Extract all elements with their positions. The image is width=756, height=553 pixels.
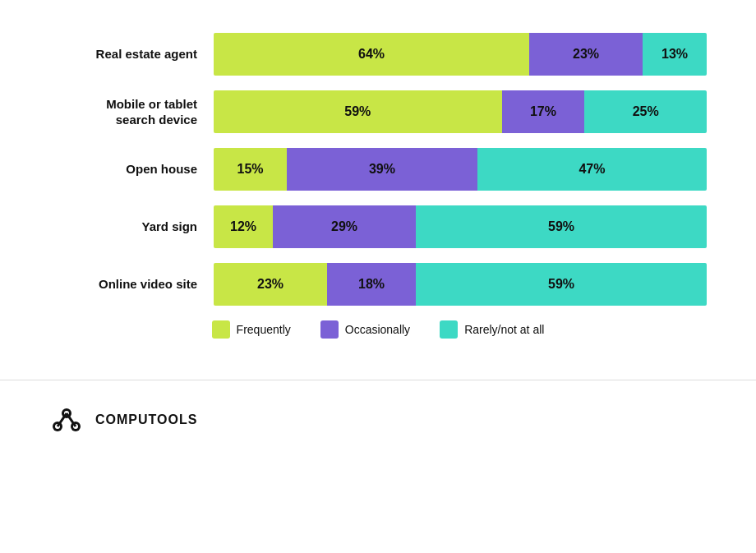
chart-row: Real estate agent64%23%13% (49, 33, 707, 76)
legend-rarely: Rarely/not at all (440, 320, 544, 339)
bar-chart: Real estate agent64%23%13%Mobile or tabl… (49, 33, 707, 306)
chart-row: Yard sign12%29%59% (49, 205, 707, 248)
bar-rarely-segment: 25% (584, 90, 707, 133)
legend: Frequently Occasionally Rarely/not at al… (49, 320, 707, 339)
bar-group: 59%17%25% (214, 90, 707, 133)
rarely-swatch (440, 320, 458, 339)
bar-occasional-segment: 18% (327, 263, 416, 306)
footer: COMPUTOOLS (0, 389, 756, 451)
frequent-swatch (212, 320, 230, 339)
row-label: Mobile or tabletsearch device (49, 96, 214, 128)
chart-row: Online video site23%18%59% (49, 263, 707, 306)
bar-rarely-segment: 59% (416, 205, 707, 248)
legend-occasional: Occasionally (320, 320, 410, 339)
bar-rarely-segment: 13% (643, 33, 707, 76)
rarely-label: Rarely/not at all (464, 323, 544, 336)
row-label: Yard sign (49, 219, 214, 235)
frequent-label: Frequently (237, 323, 291, 336)
svg-line-6 (58, 413, 67, 426)
svg-line-7 (67, 413, 76, 426)
row-label: Real estate agent (49, 46, 214, 62)
brand-name: COMPUTOOLS (95, 412, 197, 427)
bar-occasional-segment: 39% (287, 148, 477, 191)
bar-occasional-segment: 17% (502, 90, 585, 133)
bar-occasional-segment: 29% (273, 205, 416, 248)
logo-icon (49, 405, 84, 435)
bar-rarely-segment: 47% (477, 148, 707, 191)
bar-group: 64%23%13% (214, 33, 707, 76)
bar-rarely-segment: 59% (416, 263, 707, 306)
chart-container: Real estate agent64%23%13%Mobile or tabl… (0, 0, 756, 371)
bar-frequent-segment: 12% (214, 205, 273, 248)
chart-row: Mobile or tabletsearch device59%17%25% (49, 90, 707, 133)
occasional-swatch (320, 320, 339, 339)
legend-frequent: Frequently (212, 320, 291, 339)
bar-group: 23%18%59% (214, 263, 707, 306)
bar-occasional-segment: 23% (529, 33, 643, 76)
row-label: Open house (49, 161, 214, 177)
occasional-label: Occasionally (345, 323, 410, 336)
chart-row: Open house15%39%47% (49, 148, 707, 191)
bar-group: 15%39%47% (214, 148, 707, 191)
bar-group: 12%29%59% (214, 205, 707, 248)
bar-frequent-segment: 64% (214, 33, 529, 76)
bar-frequent-segment: 15% (214, 148, 287, 191)
bar-frequent-segment: 23% (214, 263, 327, 306)
divider (0, 380, 756, 380)
bar-frequent-segment: 59% (214, 90, 502, 133)
row-label: Online video site (49, 276, 214, 293)
